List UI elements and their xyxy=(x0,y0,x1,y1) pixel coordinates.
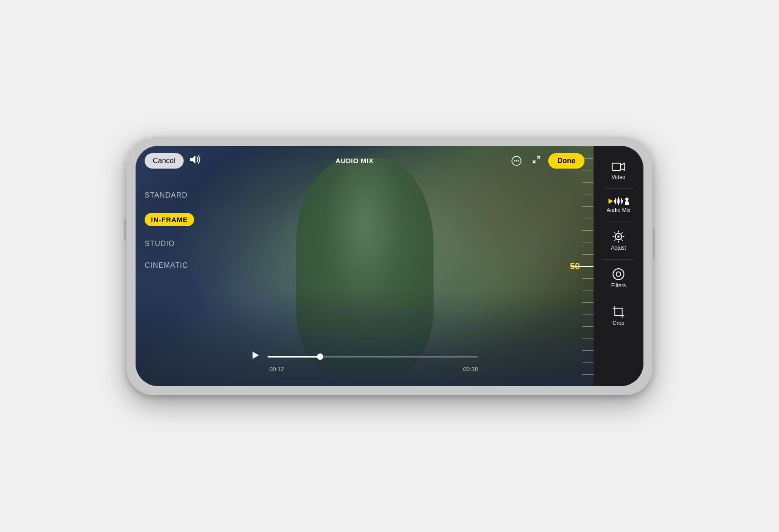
play-triangle-icon xyxy=(609,198,613,204)
phone-screen: Cancel AUDIO MIX xyxy=(136,146,643,386)
svg-point-23 xyxy=(616,272,621,276)
sidebar-label-video: Video xyxy=(612,174,625,180)
volume-button xyxy=(124,218,127,241)
play-button[interactable] xyxy=(251,351,260,362)
sidebar-divider-2 xyxy=(604,222,633,222)
cancel-button[interactable]: Cancel xyxy=(145,153,184,169)
svg-point-4 xyxy=(518,160,519,161)
sidebar-divider-4 xyxy=(604,297,633,297)
top-bar: Cancel AUDIO MIX xyxy=(136,146,594,175)
progress-bar[interactable] xyxy=(268,356,478,358)
waveform-icon xyxy=(614,197,623,205)
svg-line-20 xyxy=(614,240,616,241)
sidebar-item-filters[interactable]: Filters xyxy=(594,261,643,295)
audio-option-standard[interactable]: STANDARD xyxy=(145,191,194,199)
audiomix-icon xyxy=(609,197,629,205)
svg-point-2 xyxy=(514,160,516,161)
current-time: 00:12 xyxy=(269,366,284,372)
done-button[interactable]: Done xyxy=(548,153,584,169)
audio-option-studio[interactable]: STUDIO xyxy=(145,240,194,248)
sidebar-label-crop: Crop xyxy=(613,320,624,326)
svg-marker-11 xyxy=(621,163,625,170)
sidebar-item-video[interactable]: Video xyxy=(594,155,643,187)
sidebar: Video xyxy=(594,146,643,386)
time-labels: 00:12 00:38 xyxy=(251,366,478,372)
video-area: Cancel AUDIO MIX xyxy=(136,146,594,386)
phone-shell: Cancel AUDIO MIX xyxy=(127,137,652,395)
svg-line-18 xyxy=(622,240,623,241)
total-time: 00:38 xyxy=(463,366,478,372)
playback-row xyxy=(251,351,478,362)
sidebar-label-adjust: Adjust xyxy=(611,245,626,251)
audio-option-inframe[interactable]: IN-FRAME xyxy=(145,213,194,226)
playback-controls: 00:12 00:38 xyxy=(158,351,571,372)
sidebar-item-adjust[interactable]: Adjust xyxy=(594,224,643,257)
person-icon xyxy=(625,198,629,205)
svg-rect-10 xyxy=(612,163,621,170)
svg-point-22 xyxy=(613,269,624,280)
svg-point-21 xyxy=(618,236,620,238)
sound-icon xyxy=(189,155,201,164)
sidebar-item-audiomix[interactable]: Audio Mix xyxy=(594,191,643,220)
sidebar-divider-3 xyxy=(604,259,633,260)
top-right-controls: Done xyxy=(508,153,584,169)
svg-marker-9 xyxy=(253,352,259,359)
audio-mix-title: AUDIO MIX xyxy=(201,157,508,164)
audio-options-list: STANDARD IN-FRAME STUDIO CINEMATIC xyxy=(145,191,194,270)
sound-button[interactable] xyxy=(189,155,201,167)
audio-option-cinematic[interactable]: CINEMATIC xyxy=(145,261,194,270)
svg-line-17 xyxy=(614,232,616,234)
progress-thumb[interactable] xyxy=(317,353,323,360)
svg-marker-0 xyxy=(190,155,195,164)
collapse-button[interactable] xyxy=(532,155,541,166)
sidebar-divider-1 xyxy=(604,189,633,189)
collapse-icon xyxy=(532,155,541,164)
crop-icon xyxy=(612,305,625,318)
svg-point-3 xyxy=(516,160,517,161)
sidebar-label-filters: Filters xyxy=(611,282,626,289)
adjust-icon xyxy=(612,230,625,243)
more-icon xyxy=(511,156,521,166)
sidebar-item-crop[interactable]: Crop xyxy=(594,299,643,333)
play-icon xyxy=(251,351,260,360)
power-button xyxy=(652,227,655,259)
progress-fill xyxy=(268,356,320,358)
svg-line-19 xyxy=(622,232,623,234)
scene: Cancel AUDIO MIX xyxy=(0,0,779,532)
more-button[interactable] xyxy=(508,153,525,169)
sidebar-label-audiomix: Audio Mix xyxy=(607,207,631,213)
filters-icon xyxy=(612,268,625,281)
video-icon xyxy=(612,161,625,172)
ruler-line xyxy=(571,266,594,267)
